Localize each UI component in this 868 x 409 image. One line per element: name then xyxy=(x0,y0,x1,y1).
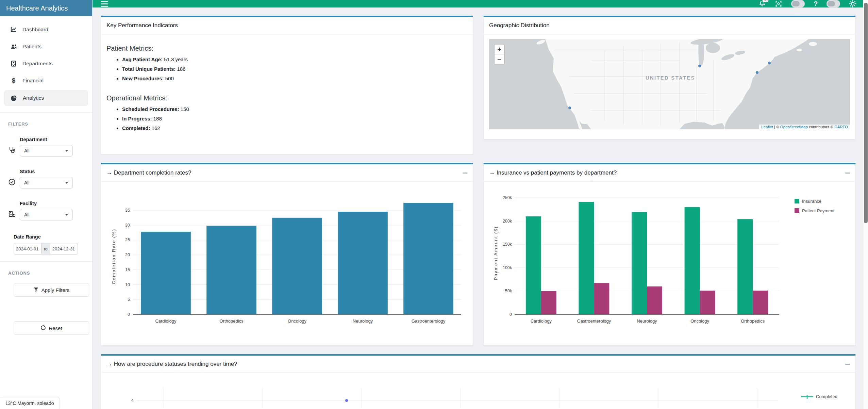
completion-bar-chart[interactable]: 05101520253035CardiologyOrthopedicsOncol… xyxy=(106,186,468,340)
circle-check-icon xyxy=(6,178,18,186)
main-area: 2 ? Key Performance Indicators xyxy=(93,0,868,409)
leaflet-link[interactable]: Leaflet xyxy=(761,125,773,129)
chart-line-icon xyxy=(10,26,18,33)
date-start-input[interactable] xyxy=(14,243,41,255)
date-range-separator: to xyxy=(41,243,50,255)
menu-toggle-button[interactable] xyxy=(101,1,108,7)
svg-text:4: 4 xyxy=(131,398,134,403)
sidebar-nav: Dashboard Patients Departments $ Financi… xyxy=(0,16,92,109)
notifications-bell-icon[interactable]: 2 xyxy=(758,0,766,7)
svg-text:100k: 100k xyxy=(503,265,512,270)
svg-text:50k: 50k xyxy=(505,289,512,293)
weather-widget[interactable]: 13°C Mayorm. soleado xyxy=(0,397,60,409)
sidebar-item-dashboard[interactable]: Dashboard xyxy=(0,21,92,38)
filter-facility: Facility All xyxy=(0,193,92,225)
geo-card-title: Geographic Distribution xyxy=(489,22,550,29)
svg-text:150k: 150k xyxy=(503,242,512,247)
status-select[interactable]: All xyxy=(20,177,73,189)
chevron-down-icon xyxy=(65,182,68,184)
patient-metrics-heading: Patient Metrics: xyxy=(106,45,467,52)
sidebar-item-label: Departments xyxy=(22,61,53,67)
status-select-value: All xyxy=(24,180,30,185)
filter-label: Facility xyxy=(20,201,73,206)
date-end-input[interactable] xyxy=(50,243,78,255)
kpi-item: New Procedures: 500 xyxy=(117,76,467,81)
apply-filters-button[interactable]: Apply Filters xyxy=(14,283,89,297)
payments-chart-title: → Insurance vs patient payments by depar… xyxy=(489,169,617,176)
theme-toggle-switch[interactable] xyxy=(791,0,805,7)
chevron-down-icon xyxy=(65,214,68,216)
collapse-icon[interactable] xyxy=(845,364,850,365)
mode-toggle-switch[interactable] xyxy=(827,0,840,7)
reset-button[interactable]: Reset xyxy=(14,321,89,335)
app-title: Healthcare Analytics xyxy=(0,0,92,16)
zoom-out-button[interactable]: − xyxy=(495,54,504,64)
sidebar-divider xyxy=(0,112,92,113)
facility-select[interactable]: All xyxy=(20,209,73,220)
sidebar-item-label: Financial xyxy=(22,78,44,84)
leaflet-map[interactable]: UNITED STATES + − Leaflet | © OpenStreet… xyxy=(489,39,850,129)
sidebar-item-departments[interactable]: Departments xyxy=(0,55,92,72)
chart-pie-icon xyxy=(10,95,18,101)
help-icon[interactable]: ? xyxy=(814,0,818,7)
actions-section-label: ACTIONS xyxy=(0,265,92,278)
dashboard-content: Key Performance Indicators Patient Metri… xyxy=(93,7,868,409)
svg-text:Oncology: Oncology xyxy=(288,318,306,324)
hospital-icon xyxy=(10,60,18,67)
settings-gear-icon[interactable] xyxy=(849,0,856,7)
payments-grouped-bar-chart[interactable]: 050k100k150k200k250kCardiologyGastroente… xyxy=(489,186,851,340)
svg-text:Neurology: Neurology xyxy=(637,318,657,324)
carto-link[interactable]: CARTO xyxy=(834,125,848,129)
svg-text:Orthopedics: Orthopedics xyxy=(219,318,244,324)
svg-text:Cardiology: Cardiology xyxy=(155,318,177,324)
collapse-icon[interactable] xyxy=(845,173,850,174)
kpi-item: Total Unique Patients: 186 xyxy=(117,66,467,72)
svg-text:Gastroenterology: Gastroenterology xyxy=(412,318,446,324)
department-select[interactable]: All xyxy=(20,145,73,157)
zoom-in-button[interactable]: + xyxy=(495,45,504,54)
page-scrollbar[interactable] xyxy=(863,0,868,409)
sidebar-item-analytics[interactable]: Analytics xyxy=(4,90,88,106)
sidebar-item-label: Analytics xyxy=(23,95,44,101)
trend-line-chart[interactable]: 4Completed xyxy=(106,378,851,408)
svg-text:Oncology: Oncology xyxy=(690,318,709,324)
payments-chart-card: → Insurance vs patient payments by depar… xyxy=(483,163,856,346)
svg-text:Patient Payment: Patient Payment xyxy=(802,208,835,213)
trend-chart-title: → How are procedure statuses trending ov… xyxy=(106,361,237,367)
geo-card: Geographic Distribution xyxy=(483,16,856,140)
app-root: Healthcare Analytics Dashboard Patients … xyxy=(0,0,868,409)
scrollbar-thumb[interactable] xyxy=(864,3,868,223)
kpi-item: In Progress: 188 xyxy=(117,116,467,121)
osm-link[interactable]: OpenStreetMap xyxy=(780,125,808,129)
map-zoom-control: + − xyxy=(494,44,505,65)
completion-chart-title: → Department completion rates? xyxy=(106,169,191,176)
dollar-icon: $ xyxy=(10,77,18,84)
svg-text:35: 35 xyxy=(125,208,130,213)
collapse-icon[interactable] xyxy=(463,173,467,174)
svg-text:10: 10 xyxy=(125,282,130,287)
svg-text:30: 30 xyxy=(125,223,130,228)
kpi-card-title: Key Performance Indicators xyxy=(106,22,178,29)
sidebar-item-label: Dashboard xyxy=(22,27,48,33)
fullscreen-expand-icon[interactable] xyxy=(775,0,782,7)
stethoscope-icon xyxy=(6,146,18,154)
svg-text:Gastroenterology: Gastroenterology xyxy=(577,318,611,324)
hospital-user-icon xyxy=(6,210,18,218)
sidebar-item-patients[interactable]: Patients xyxy=(0,38,92,55)
svg-text:Orthopedics: Orthopedics xyxy=(741,318,765,324)
svg-text:Cardiology: Cardiology xyxy=(531,318,552,324)
kpi-card: Key Performance Indicators Patient Metri… xyxy=(101,16,473,154)
operational-metrics-heading: Operational Metrics: xyxy=(106,94,467,102)
map-attribution: Leaflet | © OpenStreetMap contributors ©… xyxy=(759,125,850,129)
svg-text:25: 25 xyxy=(125,238,130,242)
chevron-down-icon xyxy=(65,150,68,152)
svg-text:Completed: Completed xyxy=(816,394,837,399)
svg-text:Completion Rate (%): Completion Rate (%) xyxy=(111,229,116,284)
date-range-block: Date Range to xyxy=(0,225,92,258)
svg-text:200k: 200k xyxy=(503,219,512,224)
sidebar-item-financial[interactable]: $ Financial xyxy=(0,72,92,89)
svg-text:Insurance: Insurance xyxy=(802,199,821,204)
kpi-item: Avg Patient Age: 51.3 years xyxy=(117,56,467,62)
sidebar-divider xyxy=(0,261,92,262)
completion-chart-card: → Department completion rates? 051015202… xyxy=(101,163,473,346)
